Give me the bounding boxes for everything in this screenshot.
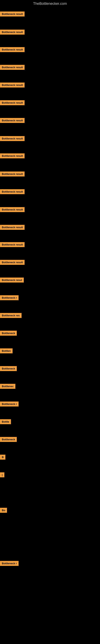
list-item[interactable]: Bottleneck <box>0 437 17 442</box>
list-item[interactable]: Bottleneck <box>0 366 17 371</box>
list-item[interactable]: Bottleneck result <box>0 12 25 16</box>
bottleneck-badge: Bottleneck result <box>0 100 25 105</box>
bottleneck-badge: Bottleneck result <box>0 12 25 16</box>
list-item[interactable]: Bottleneck <box>0 331 17 336</box>
list-item[interactable]: Bottlenec <box>0 384 15 389</box>
bottleneck-badge: Bottleneck result <box>0 153 25 158</box>
list-item[interactable]: Bo <box>0 508 7 513</box>
bottleneck-badge: Bottleneck result <box>0 225 25 230</box>
list-item[interactable]: Bottleneck result <box>0 30 25 34</box>
list-item[interactable]: B <box>0 454 5 460</box>
bottleneck-badge: Bottle <box>0 419 11 424</box>
bottleneck-badge: Bottleneck result <box>0 47 25 52</box>
list-item[interactable]: Bottleneck result <box>0 65 25 70</box>
bottleneck-badge: Bottleneck result <box>0 30 25 34</box>
bottleneck-badge: Bottleneck res <box>0 313 22 318</box>
bottleneck-badge: Bottleneck <box>0 366 17 371</box>
list-item[interactable]: Bottleneck resul <box>0 278 24 282</box>
list-item[interactable]: Bottleneck result <box>0 153 25 158</box>
list-item[interactable]: Bottleneck res <box>0 313 22 318</box>
bottleneck-badge: Bottleneck <box>0 331 17 336</box>
bottleneck-badge: Bottleneck r <box>0 402 19 406</box>
list-item[interactable]: Bottleneck result <box>0 172 25 176</box>
list-item[interactable]: Bottlen <box>0 348 13 354</box>
bottleneck-badge: Bottleneck result <box>0 82 25 88</box>
list-item[interactable]: Bottleneck r <box>0 402 19 406</box>
list-item[interactable]: Bottleneck result <box>0 136 25 141</box>
bottleneck-badge: | <box>0 472 4 477</box>
bottleneck-badge: Bottleneck result <box>0 242 25 247</box>
bottleneck-badge: Bottleneck <box>0 437 17 442</box>
bottleneck-badge: Bottleneck r <box>0 561 19 566</box>
list-item[interactable]: Bottleneck result <box>0 100 25 105</box>
list-item[interactable]: Bottleneck result <box>0 242 25 247</box>
list-item[interactable]: Bottleneck result <box>0 207 25 212</box>
list-item[interactable]: Bottleneck result <box>0 189 25 194</box>
list-item[interactable]: Bottleneck result <box>0 47 25 52</box>
bottleneck-badge: Bottleneck result <box>0 172 25 176</box>
bottleneck-badge: Bottleneck result <box>0 189 25 194</box>
bottleneck-badge: B <box>0 454 5 460</box>
bottleneck-badge: Bottleneck result <box>0 136 25 141</box>
list-item[interactable]: Bottleneck r <box>0 561 19 566</box>
bottleneck-badge: Bottleneck result <box>0 260 25 265</box>
bottleneck-badge: Bottleneck result <box>0 65 25 70</box>
bottleneck-badge: Bo <box>0 508 7 513</box>
list-item[interactable]: Bottle <box>0 419 11 424</box>
bottleneck-badge: Bottleneck resul <box>0 278 24 282</box>
bottleneck-badge: Bottleneck result <box>0 207 25 212</box>
list-item[interactable]: Bottleneck result <box>0 82 25 88</box>
list-item[interactable]: Bottleneck result <box>0 118 25 123</box>
list-item[interactable]: Bottleneck result <box>0 260 25 265</box>
bottleneck-badge: Bottleneck result <box>0 118 25 123</box>
list-item[interactable]: Bottleneck result <box>0 225 25 230</box>
bottleneck-badge: Bottlen <box>0 348 13 354</box>
bottleneck-badge: Bottleneck r <box>0 295 19 300</box>
list-item[interactable]: | <box>0 472 4 477</box>
site-title: TheBottlenecker.com <box>0 0 100 8</box>
bottleneck-badge: Bottlenec <box>0 384 15 389</box>
list-item[interactable]: Bottleneck r <box>0 295 19 300</box>
